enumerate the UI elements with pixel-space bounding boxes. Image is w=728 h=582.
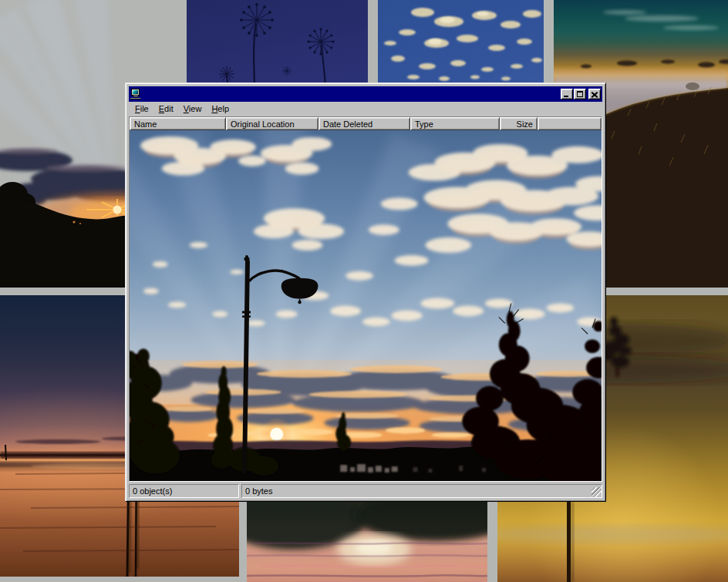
status-bar: 0 object(s) 0 bytes xyxy=(129,484,602,498)
computer-icon xyxy=(130,89,141,99)
monitor-base xyxy=(133,96,139,97)
column-header-size[interactable]: Size xyxy=(500,117,538,130)
minimize-icon xyxy=(564,96,568,97)
column-header-name[interactable]: Name xyxy=(130,117,226,130)
menu-file[interactable]: File xyxy=(130,103,154,115)
desktop: File Edit View Help Name Original Locati… xyxy=(0,0,728,582)
close-button[interactable] xyxy=(588,89,601,99)
column-header-type[interactable]: Type xyxy=(410,117,500,130)
maximize-icon xyxy=(577,91,583,97)
recycle-bin-window: File Edit View Help Name Original Locati… xyxy=(125,82,606,502)
column-header-original-location[interactable]: Original Location xyxy=(226,117,318,130)
window-titlebar[interactable] xyxy=(129,86,602,102)
status-bytes: 0 bytes xyxy=(241,484,602,498)
resize-grip[interactable] xyxy=(592,487,602,497)
file-list: Name Original Location Date Deleted Type… xyxy=(129,116,602,482)
menu-edit[interactable]: Edit xyxy=(154,103,179,115)
column-header-date-deleted[interactable]: Date Deleted xyxy=(318,117,410,130)
monitor-screen xyxy=(133,90,138,94)
list-body-sunset-photo[interactable] xyxy=(130,130,602,481)
status-objects: 0 object(s) xyxy=(129,484,239,498)
monitor-keyboard xyxy=(130,98,140,99)
close-icon xyxy=(592,92,598,97)
sunset-lamp-photo xyxy=(130,130,602,481)
maximize-button[interactable] xyxy=(574,89,586,99)
minimize-button[interactable] xyxy=(561,89,573,99)
column-header-row: Name Original Location Date Deleted Type… xyxy=(130,117,602,130)
window-controls xyxy=(561,89,601,99)
menu-bar: File Edit View Help xyxy=(129,102,602,116)
column-header-filler[interactable] xyxy=(538,117,602,130)
menu-view[interactable]: View xyxy=(179,103,207,115)
menu-help[interactable]: Help xyxy=(207,103,234,115)
